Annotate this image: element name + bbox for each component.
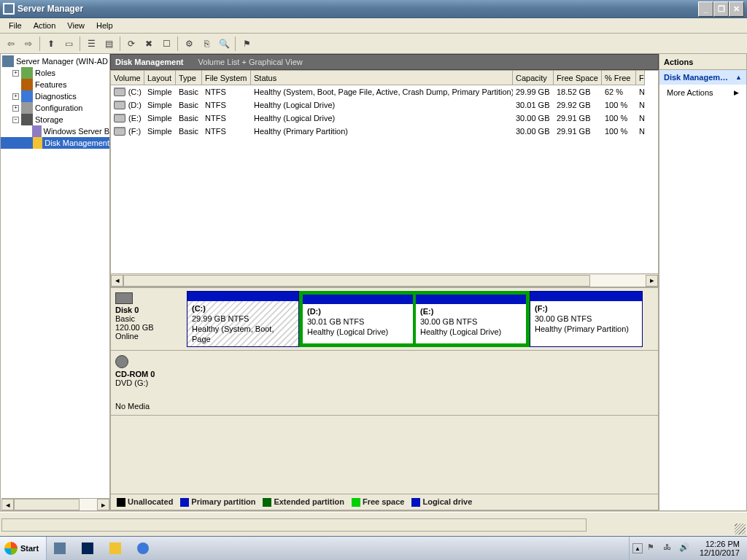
- cell-fs: NTFS: [202, 88, 251, 96]
- start-button[interactable]: Start: [0, 537, 47, 561]
- extended-partition-group: (D:)30.01 GB NTFSHealthy (Logical Drive)…: [299, 291, 530, 347]
- taskbar-clock[interactable]: 12:26 PM 12/10/2017: [695, 540, 744, 557]
- flag-icon[interactable]: ⚑: [647, 542, 659, 554]
- col-header-status[interactable]: Status: [251, 71, 513, 85]
- cell-layout: Simple: [144, 88, 176, 96]
- taskbar-pinned-media[interactable]: [130, 537, 158, 561]
- up-icon: ⬆: [47, 39, 55, 49]
- cell-vol: (C:): [111, 88, 144, 96]
- partition-status: Healthy (Logical Drive): [307, 327, 388, 336]
- col-header-type[interactable]: Type: [176, 71, 202, 85]
- format-icon: ☐: [163, 39, 171, 49]
- menu-file[interactable]: File: [3, 18, 28, 33]
- tree-item-disk-management[interactable]: Disk Management: [1, 137, 109, 149]
- disk-header-cdrom[interactable]: CD-ROM 0 DVD (G:) No Media: [111, 351, 184, 415]
- status-bar-pane: [1, 518, 587, 532]
- expander-icon[interactable]: +: [12, 70, 19, 77]
- show-hide-tree-button[interactable]: ▭: [61, 36, 77, 52]
- legend-swatch: [263, 498, 271, 507]
- more-actions-button[interactable]: More Actions ▶: [659, 85, 746, 101]
- partition-C[interactable]: (C:)29.99 GB NTFSHealthy (System, Boot, …: [187, 291, 299, 347]
- back-button[interactable]: ⇦: [3, 36, 19, 52]
- volume-row[interactable]: (D:)SimpleBasicNTFSHealthy (Logical Driv…: [111, 98, 658, 112]
- taskbar-pinned-powershell[interactable]: [74, 537, 102, 561]
- rescan-button[interactable]: ⚙: [181, 36, 197, 52]
- drive-icon: [114, 88, 125, 96]
- tree-item-windows-server-b[interactable]: Windows Server B: [1, 125, 109, 137]
- partition-E[interactable]: (E:)30.00 GB NTFSHealthy (Logical Drive): [414, 293, 527, 345]
- col-header-volume[interactable]: Volume: [111, 71, 144, 85]
- tree-item-features[interactable]: Features: [1, 79, 109, 90]
- cell-f: N: [636, 88, 645, 96]
- col-header-capacity[interactable]: Capacity: [513, 71, 554, 85]
- partition-D[interactable]: (D:)30.01 GB NTFSHealthy (Logical Drive): [301, 293, 414, 345]
- partition-size: 30.01 GB NTFS: [307, 317, 364, 326]
- forward-button[interactable]: ⇨: [20, 36, 36, 52]
- chevron-right-icon: ▶: [734, 89, 739, 96]
- legend-label: Free space: [363, 497, 404, 506]
- close-button[interactable]: ✕: [729, 1, 744, 17]
- format-button[interactable]: ☐: [158, 36, 174, 52]
- disk-header-disk0[interactable]: Disk 0 Basic 120.00 GB Online: [111, 288, 184, 350]
- drive-icon: [114, 114, 125, 122]
- col-header-free-space[interactable]: Free Space: [554, 71, 602, 85]
- tree-item-label: Windows Server B: [44, 127, 109, 136]
- partition-letter: (F:): [535, 304, 548, 313]
- settings-button[interactable]: ▤: [101, 36, 117, 52]
- clock-date: 12/10/2017: [700, 548, 740, 557]
- disk-name: Disk 0: [115, 306, 179, 314]
- tree-item-label: Features: [35, 80, 66, 89]
- tree-item-roles[interactable]: +Roles: [1, 67, 109, 79]
- delete-button[interactable]: ✖: [141, 36, 157, 52]
- disk-type: Basic: [115, 314, 179, 323]
- taskbar-pinned-explorer[interactable]: [102, 537, 130, 561]
- refresh-button[interactable]: ⟳: [123, 36, 139, 52]
- scroll-right-button[interactable]: ▸: [646, 275, 658, 287]
- volume-list-scrollbar[interactable]: ◂ ▸: [111, 273, 658, 287]
- legend-swatch: [117, 498, 125, 507]
- volume-row[interactable]: (C:)SimpleBasicNTFSHealthy (System, Boot…: [111, 85, 658, 98]
- col-header-f[interactable]: F: [636, 71, 645, 85]
- help-button[interactable]: ⚑: [239, 36, 255, 52]
- up-button[interactable]: ⬆: [43, 36, 59, 52]
- detach-button[interactable]: ⎘: [198, 36, 214, 52]
- scroll-track[interactable]: [123, 275, 646, 287]
- tree-root[interactable]: Server Manager (WIN-AD: [1, 55, 109, 67]
- scroll-track[interactable]: [14, 499, 97, 510]
- scroll-thumb[interactable]: [14, 499, 80, 510]
- expander-icon[interactable]: −: [12, 117, 19, 123]
- volume-row[interactable]: (F:)SimpleBasicNTFSHealthy (Primary Part…: [111, 125, 658, 138]
- expander-icon[interactable]: +: [12, 93, 19, 100]
- properties-button[interactable]: ☰: [83, 36, 99, 52]
- scroll-thumb[interactable]: [123, 275, 590, 287]
- scroll-left-button[interactable]: ◂: [111, 275, 123, 287]
- zoom-button[interactable]: 🔍: [216, 36, 232, 52]
- volume-icon[interactable]: 🔊: [679, 542, 691, 554]
- cell-vol: (E:): [111, 114, 144, 122]
- network-icon[interactable]: 🖧: [663, 542, 675, 554]
- actions-group-dm[interactable]: Disk Managem… ▲: [659, 70, 746, 85]
- tree-scrollbar[interactable]: ◂ ▸: [1, 498, 109, 510]
- partition-F[interactable]: (F:)30.00 GB NTFSHealthy (Primary Partit…: [530, 291, 643, 347]
- col-header-file-system[interactable]: File System: [202, 71, 251, 85]
- menu-help[interactable]: Help: [90, 18, 119, 33]
- tray-overflow-button[interactable]: ▲: [632, 543, 643, 553]
- minimize-button[interactable]: _: [698, 1, 713, 17]
- partition-letter: (E:): [420, 307, 433, 316]
- scroll-left-button[interactable]: ◂: [1, 499, 14, 510]
- expander-icon[interactable]: +: [12, 105, 19, 112]
- menu-action[interactable]: Action: [28, 18, 62, 33]
- restore-button[interactable]: ❐: [713, 1, 729, 17]
- tree-item-diagnostics[interactable]: +Diagnostics: [1, 90, 109, 102]
- tree-item-configuration[interactable]: +Configuration: [1, 102, 109, 114]
- taskbar-pinned-server-manager[interactable]: [47, 537, 74, 561]
- tree-item-storage[interactable]: −Storage: [1, 114, 109, 125]
- col-header-layout[interactable]: Layout: [144, 71, 176, 85]
- partition-status: Healthy (Logical Drive): [420, 327, 501, 336]
- scroll-right-button[interactable]: ▸: [97, 499, 109, 510]
- titlebar[interactable]: Server Manager _ ❐ ✕: [0, 0, 747, 18]
- resize-grip[interactable]: [735, 524, 746, 534]
- col-header--free[interactable]: % Free: [602, 71, 636, 85]
- menu-view[interactable]: View: [61, 18, 90, 33]
- volume-row[interactable]: (E:)SimpleBasicNTFSHealthy (Logical Driv…: [111, 112, 658, 125]
